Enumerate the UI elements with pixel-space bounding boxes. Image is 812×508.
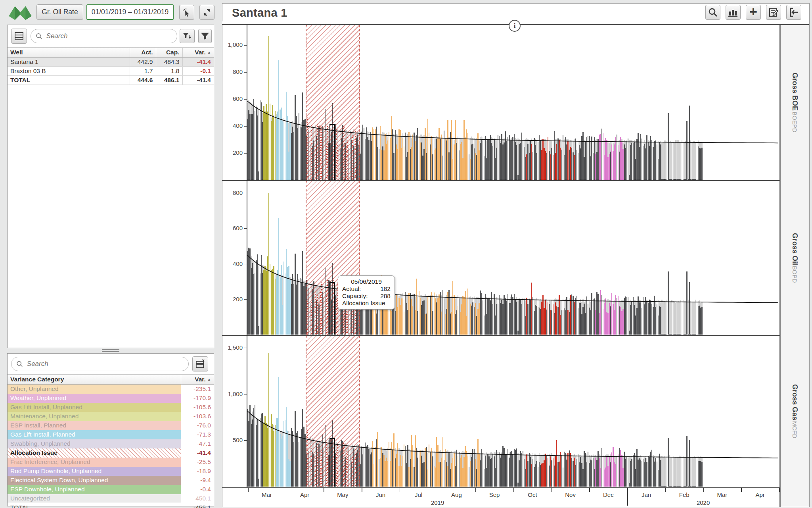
variance-row[interactable]: Frac Interference, Unplanned-25.5 xyxy=(8,458,214,467)
plus-icon: + xyxy=(749,4,757,19)
chart-title: Santana 1 xyxy=(232,6,287,19)
filter-button[interactable] xyxy=(198,29,212,43)
col-cap[interactable]: Cap. xyxy=(156,48,182,58)
date-range-value: 01/01/2019 – 01/31/2019 xyxy=(92,8,169,16)
col-act[interactable]: Act. xyxy=(130,48,156,58)
variance-row[interactable]: Electrical System Down, Unplanned-9.4 xyxy=(8,476,214,485)
refresh-button[interactable] xyxy=(199,5,214,20)
well-row[interactable]: Braxton 03 B1.71.8-0.1 xyxy=(8,67,214,76)
app-logo[interactable] xyxy=(8,3,33,21)
wells-total-row: TOTAL444.6486.1-41.4 xyxy=(8,76,214,85)
search-icon xyxy=(16,360,23,368)
col-variance-category[interactable]: Variance Category xyxy=(8,375,181,385)
variance-row[interactable]: ESP Downhole, Unplanned-0.4 xyxy=(8,485,214,494)
wells-table-header: Well Act. Cap. Var. ▲ xyxy=(8,48,214,58)
well-row[interactable]: Santana 1442.9484.3-41.4 xyxy=(8,58,214,67)
variance-row[interactable]: Maintenance, Unplanned-103.6 xyxy=(8,412,214,421)
info-icon[interactable]: i xyxy=(509,20,521,32)
panel-splitter[interactable] xyxy=(7,349,214,352)
wells-table: Well Act. Cap. Var. ▲ Santana 1442.9484.… xyxy=(8,47,214,85)
chart-notes-button[interactable] xyxy=(766,5,781,20)
chart-tooltip: 05/06/2019 Actual:182 Capacity:288 Alloc… xyxy=(338,275,395,310)
well-list-menu-button[interactable] xyxy=(11,29,27,44)
variance-row[interactable]: ESP Install, Planned-76.0 xyxy=(8,421,214,430)
wells-search-input[interactable] xyxy=(46,32,177,40)
variance-row[interactable]: Allocation Issue-41.4 xyxy=(8,448,214,458)
variance-row[interactable]: Rod Pump Downhole, Unplanned-18.9 xyxy=(8,467,214,476)
variance-panel: Variance Category Var. ▲ Other, Unplanne… xyxy=(7,353,214,506)
wells-panel: Well Act. Cap. Var. ▲ Santana 1442.9484.… xyxy=(7,25,214,348)
tooltip-category: Allocation Issue xyxy=(342,300,391,307)
category-table-button[interactable] xyxy=(192,356,208,371)
chart-zoom-button[interactable] xyxy=(705,5,720,20)
wells-search xyxy=(31,29,177,43)
funnel-icon xyxy=(201,32,209,40)
app: Gr. Oil Rate 01/01/2019 – 01/31/2019 xyxy=(0,0,812,508)
note-edit-icon xyxy=(769,8,778,17)
splitter-grip-icon xyxy=(102,349,119,352)
rate-view-label: Gr. Oil Rate xyxy=(42,8,78,16)
variance-row[interactable]: Gas Lift Install, Unplanned-105.6 xyxy=(8,403,214,412)
bar-chart-icon xyxy=(728,8,738,17)
variance-row[interactable]: Gas Lift Install, Planned-71.3 xyxy=(8,430,214,439)
rate-view-button[interactable]: Gr. Oil Rate xyxy=(36,4,83,20)
variance-total-row: TOTAL-455.1 xyxy=(8,503,214,508)
date-range-input[interactable]: 01/01/2019 – 01/31/2019 xyxy=(86,4,174,20)
tooltip-date: 05/06/2019 xyxy=(342,278,391,285)
list-icon xyxy=(15,32,23,40)
logo-zigzag-icon xyxy=(8,3,33,21)
col-well[interactable]: Well xyxy=(8,48,130,58)
magnifier-icon xyxy=(708,8,718,17)
search-icon xyxy=(36,33,42,40)
variance-row[interactable]: Other, Unplanned-235.1 xyxy=(8,385,214,394)
sort-asc-icon: ▲ xyxy=(207,50,211,54)
grid-clear-icon xyxy=(195,359,205,369)
funnel-sort-icon xyxy=(183,32,192,40)
cursor-click-icon xyxy=(182,8,192,17)
variance-row[interactable]: Weather, Unplanned-170.9 xyxy=(8,394,214,403)
chart-type-button[interactable] xyxy=(726,5,741,20)
variance-search xyxy=(11,357,189,371)
chart-collapse-button[interactable] xyxy=(786,5,801,20)
pointer-select-button[interactable] xyxy=(179,5,194,20)
variance-search-input[interactable] xyxy=(26,360,188,368)
sort-asc-icon: ▲ xyxy=(207,377,211,381)
collapse-left-icon xyxy=(789,8,799,17)
variance-table-header: Variance Category Var. ▲ xyxy=(8,375,214,385)
chart-add-button[interactable]: + xyxy=(746,5,761,20)
filter-sort-button[interactable] xyxy=(180,29,195,43)
tooltip-actual-row: Actual:182 xyxy=(342,285,391,292)
variance-row[interactable]: Swabbing, Unplanned-47.1 xyxy=(8,439,214,448)
col-variance-var[interactable]: Var. ▲ xyxy=(181,375,214,385)
variance-row[interactable]: Uncategorized450.1 xyxy=(8,494,214,503)
chart-card xyxy=(222,3,810,507)
col-var[interactable]: Var. ▲ xyxy=(182,48,214,58)
variance-table: Variance Category Var. ▲ Other, Unplanne… xyxy=(8,374,214,508)
refresh-icon xyxy=(203,8,211,17)
tooltip-capacity-row: Capacity:288 xyxy=(342,292,391,300)
